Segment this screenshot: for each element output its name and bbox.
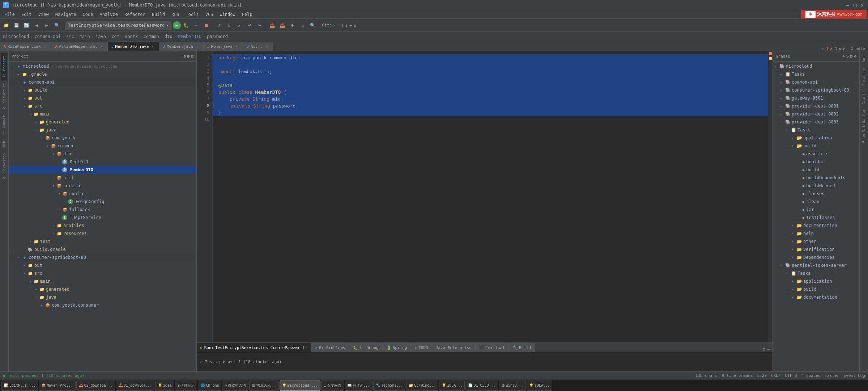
tree-item-out2[interactable]: ▸ 📁 out (9, 261, 196, 269)
taskbar-idea2[interactable]: 💡 IDEA... (439, 381, 465, 391)
code-area[interactable]: package com.yootk.common.dto; import lom… (213, 51, 768, 342)
gradle-build-group[interactable]: ▾ 📂 build (773, 142, 859, 150)
tree-item-com-yootk[interactable]: ▾ 📦 com.yootk (9, 134, 196, 142)
tree-item-src2[interactable]: ▾ 📁 src (9, 269, 196, 277)
taskbar-chrome[interactable]: 🌐 Chrome (198, 381, 221, 391)
toolbar-btn-step5[interactable]: ⤷ (255, 21, 264, 30)
toolbar-search2[interactable]: 🔍 (308, 21, 318, 30)
gradle-action-btn3[interactable]: ⊟ (850, 54, 853, 59)
taskbar-youdao[interactable]: 📖 有道词... (345, 381, 373, 391)
run-tab-problems[interactable]: ⚠ 6: Problems (311, 343, 349, 352)
tree-item-java[interactable]: ▾ 📁 java (9, 126, 196, 134)
gradle-testclasses[interactable]: ▶ testClasses (773, 214, 859, 222)
tree-item-util[interactable]: ▸ 📦 util (9, 174, 196, 182)
tree-item-main[interactable]: ▾ 📁 main (9, 110, 196, 118)
run-tab-run[interactable]: ▶ Run: TestEncryptService.testCreatePass… (197, 343, 311, 352)
gradle-other[interactable]: ▸ 📂 other (773, 237, 859, 245)
nav-dto[interactable]: dto (165, 34, 173, 39)
gradle-action-btn1[interactable]: + (843, 54, 845, 59)
tree-item-config[interactable]: ▾ 📦 config (9, 190, 196, 198)
tree-item-main2[interactable]: ▾ 📁 main (9, 277, 196, 285)
run-tab-todo[interactable]: ✔ TODO (411, 343, 432, 352)
tree-item-common[interactable]: ▾ 📦 common (9, 142, 196, 150)
side-tab-web[interactable]: Web (1, 138, 7, 150)
gradle-clean[interactable]: ▶ clean (773, 198, 859, 206)
side-tab-project[interactable]: 1: Project (1, 53, 7, 80)
toolbar-btn-step[interactable]: ⟳ (214, 21, 224, 30)
status-event-log[interactable]: Event Log (843, 373, 865, 378)
gradle-sentinel-documentation[interactable]: ▸ 📂 documentation (773, 293, 859, 301)
menu-refactor[interactable]: Refactor (122, 10, 148, 18)
tab-role-mapper[interactable]: X RoleMapper.xml × (0, 42, 51, 51)
tree-item-java2[interactable]: ▾ 📁 java (9, 293, 196, 301)
run-settings-btn[interactable]: ⚙ (762, 346, 765, 352)
right-tab-bean-validation[interactable]: Bean Validation (861, 107, 867, 146)
gradle-documentation[interactable]: ▸ 📂 documentation (773, 222, 859, 230)
nav-common-api[interactable]: common-api (34, 34, 60, 39)
gradle-build-task[interactable]: ▶ build (773, 166, 859, 174)
file-tree-action-collapse[interactable]: ⊟ (191, 54, 193, 59)
nav-java[interactable]: java (95, 34, 106, 39)
tree-item-service[interactable]: ▾ 📦 service (9, 182, 196, 190)
gradle-sentinel-tasks[interactable]: ▾ 📋 Tasks (773, 269, 859, 277)
nav-member-dto[interactable]: MemberDTO (178, 34, 201, 39)
taskbar-02dl[interactable]: 📥 02_downloa... (76, 381, 115, 391)
run-tab-debug[interactable]: 🐛 5: Debug (349, 343, 383, 352)
menu-vcs[interactable]: VCS (203, 10, 216, 18)
gradle-provider8003[interactable]: ▾ 🐘 provider-dept-8003 (773, 118, 859, 126)
tree-item-profiles[interactable]: ▸ 📁 profiles (9, 222, 196, 230)
menu-tools[interactable]: Tools (183, 10, 202, 18)
run-tab-build[interactable]: 🔨 Build (509, 343, 535, 352)
nav-com[interactable]: com (111, 34, 119, 39)
gradle-jar[interactable]: ▶ jar (773, 206, 859, 214)
tab-role[interactable]: J Role.java × (204, 42, 243, 51)
tree-item-src[interactable]: ▾ 📁 src (9, 102, 196, 110)
run-tab-terminal[interactable]: ⬛ Terminal (476, 343, 509, 352)
nav-password[interactable]: password (207, 34, 228, 39)
tab-ac-close[interactable]: × (264, 44, 269, 49)
taskbar-cwindows[interactable]: 📁 C:\Wind... (406, 381, 438, 391)
gradle-action-btn2[interactable]: ↻ (846, 54, 849, 59)
tab-nav-up[interactable]: ∧ (839, 46, 841, 51)
gradle-provider8001[interactable]: ▸ 🐘 provider-dept-8001 (773, 102, 859, 110)
gradle-sentinel-build[interactable]: ▸ 📂 build (773, 285, 859, 293)
tab-role-mapper-close[interactable]: × (42, 44, 47, 49)
taskbar-maven[interactable]: 📦 Maven Pro... (39, 381, 75, 391)
taskbar-idea[interactable]: 💡 idea (155, 381, 174, 391)
gradle-verification[interactable]: ▸ 📂 verification (773, 245, 859, 253)
menu-run[interactable]: Run (169, 10, 182, 18)
gradle-tasks1[interactable]: ▸ 📋 Tasks (773, 70, 859, 78)
run-tab-spring[interactable]: 🍃 Spring (383, 343, 411, 352)
gradle-buildneeded[interactable]: ▶ buildNeeded (773, 182, 859, 190)
tab-action-mapper-close[interactable]: × (99, 44, 104, 49)
run-config-selector[interactable]: TestEncryptService.testCreatePassword ▾ (65, 21, 172, 30)
toolbar-save-btn[interactable]: 💾 (12, 21, 21, 30)
menu-file[interactable]: File (1, 10, 18, 18)
tab-member-close[interactable]: × (195, 44, 200, 49)
taskbar-techsmi[interactable]: 🔧 TechSmi... (373, 381, 405, 391)
menu-build[interactable]: Build (149, 10, 168, 18)
nav-microcloud[interactable]: microcloud (3, 34, 29, 39)
debug-button[interactable]: 🐛 (182, 21, 191, 30)
taskbar-idea3[interactable]: 💡 IDEA... (527, 381, 552, 391)
file-tree-action-expand[interactable]: ⊞ (187, 54, 190, 59)
gradle-tasks2[interactable]: ▾ 📋 Tasks (773, 126, 859, 134)
gradle-gateway[interactable]: ▸ 🐘 gateway-9501 (773, 94, 859, 102)
toolbar-btn-step4[interactable]: ⤶ (245, 21, 254, 30)
side-tab-structure[interactable]: 2: Structure (1, 80, 7, 112)
gradle-bootjar[interactable]: ▶ bootJar (773, 158, 859, 166)
tree-item-gradle-dir[interactable]: ▸ 📁 .gradle (9, 70, 196, 78)
tree-item-member-dto[interactable]: D MemberDTO (9, 166, 196, 174)
gradle-sentinel-application[interactable]: ▸ 📂 application (773, 277, 859, 285)
gradle-tree-content[interactable]: ▾ 🐘 microcloud ▸ 📋 Tasks ▸ 🐘 common-api … (773, 62, 859, 371)
toolbar-back-btn[interactable]: ◀ (32, 21, 41, 30)
gradle-classes[interactable]: ▶ classes (773, 190, 859, 198)
gradle-application[interactable]: ▸ 📂 application (773, 134, 859, 142)
tree-item-generated[interactable]: ▸ 📁 generated (9, 118, 196, 126)
taskbar-info[interactable]: ℹ 信息提示 (175, 381, 197, 391)
tree-item-idept-service[interactable]: I IDeptService (9, 214, 196, 222)
nav-yootk[interactable]: yootk (125, 34, 138, 39)
tab-action-mapper[interactable]: X ActionMapper.xml × (51, 42, 108, 51)
file-tree-action-gear[interactable]: ⚙ (183, 54, 186, 59)
menu-code[interactable]: Code (80, 10, 96, 18)
